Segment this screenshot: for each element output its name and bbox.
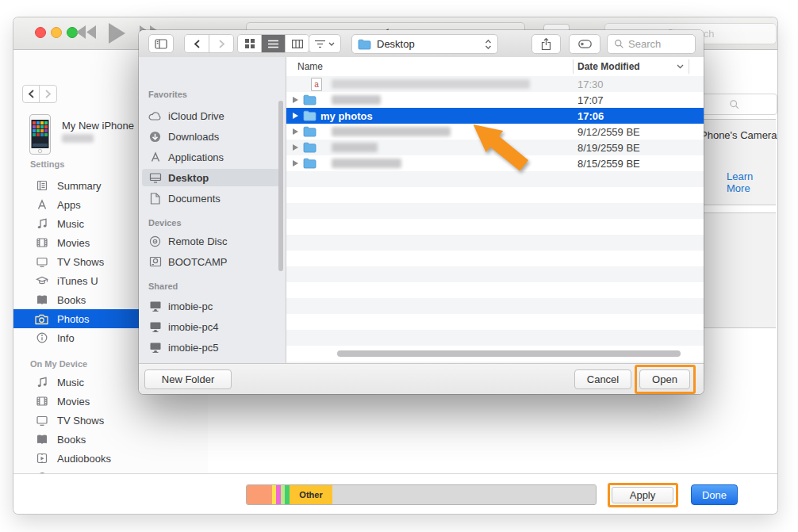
- sidebar-scrollbar[interactable]: [278, 101, 283, 271]
- column-view-button[interactable]: [285, 35, 309, 52]
- storage-capacity-bar: Other: [246, 484, 597, 505]
- arrange-icon: [315, 40, 325, 48]
- redacted-file-name: [332, 79, 530, 89]
- horizontal-scrollbar[interactable]: [337, 350, 681, 357]
- disclosure-triangle-icon[interactable]: [293, 113, 298, 119]
- redacted-folder-name: [332, 95, 381, 105]
- sidebar-item-downloads[interactable]: Downloads: [142, 128, 282, 145]
- column-header-date-modified[interactable]: Date Modified: [577, 61, 640, 72]
- audiobook-icon: [35, 452, 48, 465]
- device-item-books[interactable]: Books: [13, 430, 208, 449]
- folder-icon: [358, 39, 371, 50]
- apply-button[interactable]: Apply: [612, 487, 673, 503]
- music-icon: [35, 217, 48, 230]
- movies-icon: [35, 236, 48, 249]
- minimize-window-button[interactable]: [51, 27, 62, 38]
- info-icon: [35, 331, 48, 344]
- sidebar-item-documents[interactable]: Documents: [142, 189, 282, 207]
- folder-icon: [303, 110, 317, 121]
- shared-pc-icon: [148, 321, 162, 332]
- dialog-back-button[interactable]: [185, 35, 209, 52]
- tv-icon: [35, 255, 48, 268]
- sidebar-item-bootcamp[interactable]: BOOTCAMP: [142, 253, 282, 270]
- list-view-button[interactable]: [261, 35, 285, 52]
- book-icon: [35, 433, 48, 446]
- back-button[interactable]: [22, 85, 40, 103]
- sidebar-item-icloud-drive[interactable]: iCloud Drive: [142, 107, 282, 124]
- storage-segment-other: Other: [290, 485, 332, 504]
- device-subtitle-redacted: [62, 134, 94, 143]
- column-divider[interactable]: [689, 59, 689, 74]
- device-item-movies[interactable]: Movies: [13, 392, 208, 411]
- settings-section-label: Settings: [30, 159, 64, 169]
- dialog-sidebar: Favorites iCloud Drive Downloads Applica…: [139, 57, 286, 363]
- tv-icon: [35, 414, 48, 427]
- desktop-icon: [148, 172, 162, 183]
- learn-more-link[interactable]: Learn More: [727, 170, 777, 194]
- favorites-section-label: Favorites: [148, 90, 187, 99]
- photos-filter-search-field[interactable]: [692, 94, 777, 115]
- shared-pc-icon: [148, 342, 162, 353]
- rewind-icon[interactable]: [75, 25, 97, 39]
- apps-icon: [35, 198, 48, 211]
- sidebar-item-imobie-pc5[interactable]: imobie-pc5: [142, 339, 282, 356]
- tag-button[interactable]: [569, 34, 600, 54]
- iphone-thumbnail[interactable]: [29, 114, 51, 155]
- dialog-search-field[interactable]: Search: [607, 34, 696, 54]
- on-my-device-section-label: On My Device: [30, 359, 87, 369]
- sidebar-item-imobie-pc[interactable]: imobie-pc: [142, 297, 282, 315]
- sidebar-item-remote-disc[interactable]: Remote Disc: [142, 232, 282, 250]
- disclosure-triangle-icon[interactable]: [293, 97, 298, 103]
- document-icon: [148, 193, 162, 205]
- disclosure-triangle-icon[interactable]: [293, 144, 298, 151]
- file-list: Name Date Modified a 17:30 17:07 my phot…: [286, 57, 704, 363]
- cancel-button[interactable]: Cancel: [574, 369, 631, 389]
- column-divider[interactable]: [573, 59, 574, 74]
- redacted-folder-name: [332, 143, 378, 152]
- disclosure-triangle-icon[interactable]: [293, 128, 298, 135]
- folder-icon: [303, 142, 317, 153]
- dialog-forward-button[interactable]: [209, 35, 233, 52]
- redacted-folder-name: [332, 127, 451, 136]
- forward-button[interactable]: [39, 85, 57, 103]
- storage-segment-audio: [247, 485, 272, 504]
- close-window-button[interactable]: [35, 27, 46, 38]
- open-file-dialog: Desktop Search Favorites iCloud Drive Do…: [139, 30, 704, 394]
- search-icon: [729, 99, 740, 110]
- device-item-tv-shows[interactable]: TV Shows: [13, 411, 208, 430]
- view-mode-segmented-control: [237, 34, 309, 53]
- file-row-document[interactable]: a 17:30: [286, 76, 704, 92]
- sort-chevron-icon: [677, 64, 684, 69]
- open-annotation-box: [635, 365, 696, 394]
- location-popup-button[interactable]: Desktop: [351, 34, 498, 54]
- icon-view-button[interactable]: [238, 35, 261, 52]
- sidebar-item-applications[interactable]: Applications: [142, 148, 282, 166]
- folder-name: my photos: [320, 110, 373, 122]
- download-icon: [148, 131, 162, 143]
- sidebar-item-imobie-pc4[interactable]: imobie-pc4: [142, 318, 282, 335]
- text-document-icon: a: [311, 78, 322, 91]
- file-date: 17:07: [577, 94, 604, 106]
- devices-section-label: Devices: [148, 218, 182, 228]
- storage-segment-free: [332, 485, 596, 504]
- new-folder-button[interactable]: New Folder: [144, 369, 232, 389]
- play-icon[interactable]: [107, 23, 125, 44]
- done-button[interactable]: Done: [691, 484, 738, 505]
- column-header-name[interactable]: Name: [297, 61, 323, 72]
- device-item-audiobooks[interactable]: Audiobooks: [13, 449, 208, 468]
- file-row-folder[interactable]: 17:07: [286, 92, 704, 108]
- list-header: Name Date Modified: [286, 57, 704, 77]
- book-icon: [35, 293, 48, 306]
- device-name[interactable]: My New iPhone: [62, 120, 134, 132]
- disclosure-triangle-icon[interactable]: [293, 160, 298, 166]
- sidebar-toggle-button[interactable]: [148, 34, 174, 53]
- arrange-button[interactable]: [309, 34, 341, 53]
- file-date: 17:30: [577, 78, 604, 90]
- share-button[interactable]: [531, 34, 561, 54]
- annotation-arrow: [465, 119, 536, 176]
- search-icon: [614, 39, 624, 49]
- file-date: 9/12/2559 BE: [577, 126, 640, 138]
- sidebar-item-desktop[interactable]: Desktop: [142, 169, 282, 186]
- camera-panel-text: Phone's Camera: [700, 129, 777, 141]
- file-date: 17:06: [577, 110, 604, 122]
